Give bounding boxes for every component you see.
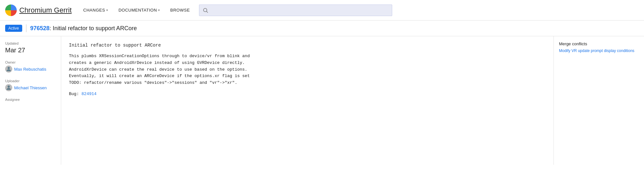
- change-id-link[interactable]: 976528: [30, 25, 50, 31]
- main-layout: Updated Mar 27 Owner Max Rebuschatis Upl…: [0, 36, 644, 165]
- uploader-name: Michael Thiessen: [14, 85, 47, 90]
- owner-user[interactable]: Max Rebuschatis: [5, 66, 56, 73]
- bug-link[interactable]: 824914: [81, 92, 97, 96]
- svg-point-0: [204, 8, 207, 12]
- sidebar-updated: Updated Mar 27: [5, 41, 56, 54]
- owner-name: Max Rebuschatis: [14, 67, 46, 72]
- content-area: Initial refactor to support ARCore This …: [61, 36, 554, 165]
- change-title: 976528: Initial refactor to support ARCo…: [30, 25, 137, 32]
- svg-point-2: [8, 67, 10, 69]
- chevron-down-icon: ▾: [158, 8, 160, 12]
- updated-label: Updated: [5, 41, 56, 45]
- search-box: [199, 4, 392, 16]
- commit-subject: Initial refactor to support ARCore: [69, 43, 546, 48]
- nav-changes[interactable]: CHANGES ▾: [80, 0, 112, 21]
- uploader-user[interactable]: Michael Thiessen: [5, 84, 56, 91]
- chevron-down-icon: ▾: [106, 8, 108, 12]
- bug-label: Bug:: [69, 92, 79, 96]
- status-badge: Active: [5, 25, 22, 32]
- search-area: [199, 4, 392, 16]
- right-panel: Merge conflicts Modify VR update prompt …: [554, 36, 644, 165]
- app-title: Chromium Gerrit: [19, 6, 72, 14]
- commit-body: This plumbs XRSessionCreationOptions thr…: [69, 53, 546, 86]
- updated-value: Mar 27: [5, 47, 56, 54]
- nav-documentation-label: DOCUMENTATION: [118, 8, 157, 13]
- svg-line-1: [206, 11, 208, 13]
- sidebar-uploader: Uploader Michael Thiessen: [5, 79, 56, 91]
- owner-label: Owner: [5, 60, 56, 64]
- divider: [26, 24, 26, 32]
- logo-link[interactable]: Chromium Gerrit: [5, 4, 72, 16]
- sidebar: Updated Mar 27 Owner Max Rebuschatis Upl…: [0, 36, 61, 165]
- sidebar-owner: Owner Max Rebuschatis: [5, 60, 56, 73]
- nav-browse-label: BROWSE: [170, 8, 190, 13]
- nav-browse[interactable]: BROWSE: [166, 0, 194, 21]
- owner-avatar: [5, 66, 12, 73]
- uploader-avatar: [5, 84, 12, 91]
- bug-line: Bug: 824914: [69, 92, 546, 96]
- title-bar: Active 976528: Initial refactor to suppo…: [0, 21, 644, 36]
- merge-conflicts-label: Merge conflicts: [559, 41, 639, 46]
- change-title-text: : Initial refactor to support ARCore: [50, 25, 137, 31]
- merge-conflicts-link[interactable]: Modify VR update prompt display conditio…: [559, 48, 634, 53]
- sidebar-assignee: Assignee: [5, 98, 56, 101]
- svg-point-3: [8, 85, 10, 88]
- nav-changes-label: CHANGES: [83, 8, 105, 13]
- header: Chromium Gerrit CHANGES ▾ DOCUMENTATION …: [0, 0, 644, 21]
- nav-documentation[interactable]: DOCUMENTATION ▾: [115, 0, 164, 21]
- chromium-logo: [5, 4, 17, 16]
- search-icon: [203, 7, 208, 13]
- uploader-label: Uploader: [5, 79, 56, 83]
- assignee-label: Assignee: [5, 98, 56, 101]
